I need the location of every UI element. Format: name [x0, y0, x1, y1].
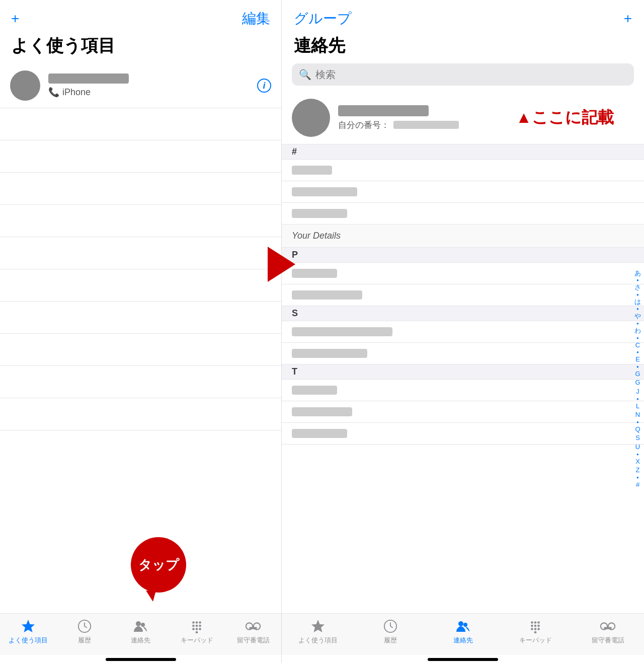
svg-line-3	[85, 626, 87, 628]
svg-point-27	[537, 621, 540, 624]
idx-G[interactable]: G	[634, 370, 641, 378]
my-card[interactable]: 自分の番号： ▲ここに記載	[282, 92, 644, 144]
tab-keypad-left[interactable]: キーパッド	[172, 619, 222, 645]
empty-row-2	[0, 140, 281, 173]
contact-name-10	[292, 429, 347, 438]
contact-row-7[interactable]	[282, 343, 644, 364]
tab-keypad-right[interactable]: キーパッド	[503, 619, 568, 645]
tab-label-voicemail-right: 留守番電話	[592, 636, 624, 645]
idx-C[interactable]: C	[634, 341, 641, 349]
idx-G2[interactable]: G	[634, 379, 641, 387]
svg-point-28	[531, 625, 533, 627]
idx-a[interactable]: あ	[634, 269, 641, 277]
add-button-right[interactable]: +	[624, 11, 632, 27]
idx-S[interactable]: S	[634, 434, 641, 442]
svg-point-34	[534, 631, 537, 633]
search-bar[interactable]: 🔍	[292, 63, 634, 86]
idx-Z[interactable]: Z	[634, 466, 641, 474]
tab-label-keypad-left: キーパッド	[181, 636, 213, 645]
contact-row-8[interactable]	[282, 380, 644, 401]
empty-row-4	[0, 205, 281, 237]
tab-label-favorites-right: よく使う項目	[298, 636, 338, 645]
idx-sa[interactable]: さ	[634, 283, 641, 291]
voicemail-icon-right	[600, 619, 615, 634]
svg-point-30	[537, 625, 540, 627]
empty-row-3	[0, 173, 281, 205]
contact-phone: 📞 iPhone	[48, 87, 271, 98]
contact-name-9	[292, 407, 352, 416]
clock-icon-left	[77, 619, 92, 634]
annotation-text: ▲ここに記載	[516, 107, 614, 129]
contacts-icon-right	[455, 619, 470, 634]
svg-point-26	[534, 621, 537, 624]
contact-row-5[interactable]	[282, 284, 644, 306]
contact-row-2[interactable]	[282, 181, 644, 203]
tab-recents-left[interactable]: 履歴	[59, 619, 110, 645]
tab-label-recents-right: 履歴	[384, 636, 397, 645]
empty-row-1	[0, 108, 281, 140]
left-tab-bar: よく使う項目 履歴 連絡先	[0, 613, 281, 655]
svg-rect-37	[604, 627, 612, 629]
svg-point-5	[141, 623, 145, 627]
right-header: グループ +	[282, 0, 644, 33]
idx-J[interactable]: J	[634, 388, 641, 396]
tab-voicemail-right[interactable]: 留守番電話	[575, 619, 640, 645]
svg-point-23	[458, 621, 463, 626]
contact-item[interactable]: 📞 iPhone i	[0, 63, 281, 108]
svg-point-6	[192, 621, 195, 624]
empty-row-9	[0, 366, 281, 398]
home-indicator-right	[428, 658, 498, 661]
keypad-icon-right	[528, 619, 543, 634]
add-button-left[interactable]: +	[11, 11, 19, 27]
idx-wa[interactable]: わ	[634, 327, 641, 335]
contact-row-special[interactable]: Your Details	[282, 225, 644, 248]
contact-row-10[interactable]	[282, 423, 644, 445]
svg-rect-18	[250, 627, 257, 629]
idx-E[interactable]: E	[634, 355, 641, 363]
contact-name-1	[292, 166, 332, 175]
tab-voicemail-left[interactable]: 留守番電話	[228, 619, 278, 645]
contact-row-4[interactable]	[282, 263, 644, 284]
tab-label-favorites-left: よく使う項目	[9, 636, 48, 645]
search-input[interactable]	[315, 69, 627, 81]
contact-list: # Your Details P S T	[282, 144, 644, 613]
svg-point-4	[136, 621, 141, 626]
idx-L[interactable]: L	[634, 402, 641, 410]
idx-ha[interactable]: は	[634, 298, 641, 306]
tab-contacts-right[interactable]: 連絡先	[430, 619, 496, 645]
tab-contacts-left[interactable]: 連絡先	[115, 619, 166, 645]
tap-bubble: タップ	[131, 537, 186, 593]
svg-point-14	[199, 628, 201, 630]
tap-label: タップ	[138, 556, 179, 574]
contact-row-3[interactable]	[282, 203, 644, 225]
tab-label-keypad-right: キーパッド	[519, 636, 552, 645]
red-arrow	[268, 247, 295, 282]
tab-label-recents-left: 履歴	[78, 636, 91, 645]
my-avatar	[292, 99, 330, 137]
svg-point-24	[463, 623, 467, 627]
edit-button[interactable]: 編集	[242, 9, 270, 28]
tab-favorites-left[interactable]: よく使う項目	[3, 619, 53, 645]
left-header: + 編集	[0, 0, 281, 32]
my-number-blur	[393, 121, 459, 129]
empty-rows	[0, 108, 281, 613]
idx-ya[interactable]: や	[634, 312, 641, 320]
group-button[interactable]: グループ	[294, 9, 352, 28]
tab-recents-right[interactable]: 履歴	[358, 619, 423, 645]
svg-point-15	[196, 631, 198, 633]
contact-row-1[interactable]	[282, 160, 644, 181]
contact-name-5	[292, 290, 362, 300]
idx-N[interactable]: N	[634, 411, 641, 419]
voicemail-icon-left	[246, 619, 261, 634]
info-icon[interactable]: i	[257, 79, 271, 93]
tab-favorites-right[interactable]: よく使う項目	[285, 619, 351, 645]
keypad-icon-left	[189, 619, 204, 634]
idx-X[interactable]: X	[634, 458, 641, 466]
contact-row-9[interactable]	[282, 401, 644, 423]
contact-row-6[interactable]	[282, 321, 644, 343]
contact-name-8	[292, 386, 337, 395]
idx-U[interactable]: U	[634, 443, 641, 451]
svg-point-25	[531, 621, 533, 624]
idx-hash[interactable]: #	[634, 481, 641, 489]
idx-Q[interactable]: Q	[634, 425, 641, 433]
